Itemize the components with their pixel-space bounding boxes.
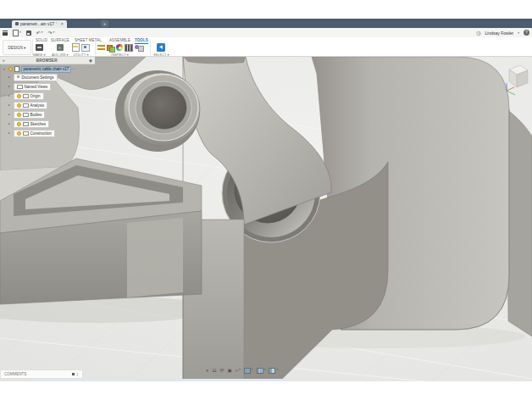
view-cube[interactable] [502,63,531,100]
job-status-icon[interactable]: ◷ [476,30,480,36]
utility-tool-icon[interactable] [81,44,90,52]
folder-icon [23,103,29,108]
browser-tree: ▾ parametric cable chain v17 ◦ ▸ ⚙Docume… [0,64,95,137]
user-menu-caret[interactable]: ▾ [518,31,519,35]
comment-bubble-icon[interactable] [72,373,75,375]
document-tab-bar: parametr...ain v17 ° × + [0,19,532,28]
ribbon-toolbar: DESIGN ▾ SOLID SURFACE SHEET METAL ASSEM… [0,37,532,57]
select-icon[interactable] [157,43,165,52]
measure-icon[interactable] [97,45,105,51]
zebra-analysis-icon[interactable] [125,44,133,52]
display-settings-button[interactable]: ▾ [244,368,253,374]
viewport-canvas[interactable]: « BROWSER ◉ ▾ parametric cable chain v17… [0,57,532,381]
3d-print-icon[interactable] [36,44,43,51]
interference-icon[interactable] [107,44,114,51]
curvature-analysis-icon[interactable] [116,44,123,51]
folder-icon [23,122,29,127]
close-tab-icon[interactable]: × [61,21,64,26]
expand-icon[interactable]: ▸ [8,122,12,125]
save-button[interactable] [26,31,31,36]
expand-icon[interactable]: ▾ [3,68,7,71]
undo-button[interactable]: ↶▾ [36,31,43,36]
browser-header: « BROWSER ◉ [0,57,95,64]
expand-icon[interactable]: ▸ [8,75,12,79]
visibility-bulb-icon[interactable] [17,113,21,117]
visibility-bulb-icon[interactable] [17,103,21,108]
folder-icon [23,113,29,118]
look-at-icon[interactable]: ◉ [227,368,231,373]
zoom-icon[interactable]: ⌕▾ [236,368,241,373]
visibility-bulb-icon[interactable] [8,67,13,71]
document-icon [14,66,19,72]
browser-title: BROWSER [36,58,58,63]
user-name[interactable]: Lindsay Fowler [485,31,514,36]
tree-item-named-views[interactable]: ▸ Named Views [8,83,95,92]
tree-item-construction[interactable]: ▸ Construction [8,130,95,138]
tree-item-document-settings[interactable]: ▸ ⚙Document Settings [8,74,95,82]
expand-icon[interactable]: ▸ [8,103,12,107]
pan-icon[interactable]: ⌖ [206,368,208,373]
visibility-bulb-icon[interactable] [17,131,21,136]
browser-panel: « BROWSER ◉ ▾ parametric cable chain v17… [0,57,95,137]
tree-item-sketches[interactable]: ▸ Sketches [8,120,95,129]
expand-icon[interactable]: ▸ [8,131,12,135]
browser-header-icons[interactable]: ◉ [89,58,92,63]
browser-root[interactable]: ▾ parametric cable chain v17 ◦ [3,66,95,72]
separator [150,39,151,55]
redo-button[interactable]: ↷▾ [48,31,55,36]
process-doc-icon[interactable] [72,43,80,52]
tree-item-analysis[interactable]: ▸ Analysis [8,102,95,110]
visibility-bulb-icon[interactable] [17,122,21,126]
app-grid-icon[interactable] [3,31,8,36]
fit-icon[interactable]: ⊡ [212,368,216,373]
expand-icon[interactable]: ▸ [8,113,12,116]
document-tab[interactable]: parametr...ain v17 ° × [12,20,67,29]
group-addins: ADD-INS ▾ [52,43,69,57]
fusion360-window: parametr...ain v17 ° × + ▾ ↶▾ ↷▾ ◷ Linds… [0,0,532,400]
unsaved-indicator: ° [56,21,58,25]
section-analysis-icon[interactable] [135,44,142,51]
undo-icon: ↶ [36,31,41,36]
navigation-bar: ⌖ ⊡ ⟳ ◉ ⌕▾ ▾ ▾ ▾ [206,365,278,375]
document-tab-title: parametr...ain v17 [20,21,54,26]
group-select: SELECT ▾ [153,43,169,57]
separator [95,39,96,55]
gear-icon: ⚙ [17,75,20,80]
viewports-button[interactable]: ▾ [269,368,278,374]
workspace-selector[interactable]: DESIGN ▾ [3,40,31,55]
new-tab-button[interactable]: + [101,20,108,27]
file-menu-button[interactable]: ▾ [13,30,21,36]
expand-icon[interactable]: ▸ [8,94,12,97]
root-label[interactable]: parametric cable chain v17 [21,66,72,73]
comments-label: COMMENTS [4,372,26,376]
group-inspect: INSPECT ▾ [97,43,142,57]
divider: ❘ [76,372,79,376]
expand-icon[interactable]: ▸ [8,85,12,88]
scripts-addins-icon[interactable] [57,44,64,51]
quick-access-toolbar: ▾ ↶▾ ↷▾ ◷ Lindsay Fowler ▾ ? [0,28,532,37]
comments-bar[interactable]: COMMENTS ❘ [0,369,83,379]
timeline-strip[interactable] [34,379,288,381]
group-utility: UTILITY ▾ [72,43,90,57]
file-icon [13,30,19,36]
collapse-icon[interactable]: « [3,58,5,63]
grid-snaps-button[interactable]: ▾ [257,368,266,374]
folder-icon [17,85,23,90]
orbit-icon[interactable]: ⟳ [219,368,224,373]
redo-icon: ↷ [48,31,53,36]
visibility-bulb-icon[interactable] [17,94,21,98]
save-icon [26,31,31,36]
help-button[interactable]: ? [524,30,529,36]
display-settings-icon: ◉ [89,58,92,63]
account-area: ◷ Lindsay Fowler ▾ ? [476,28,529,37]
document-icon [15,22,19,25]
tree-item-bodies[interactable]: ▸ Bodies [8,111,95,119]
tree-item-origin[interactable]: ▸ Origin [8,92,95,101]
group-make: MAKE ▾ [33,43,45,57]
folder-icon [23,94,29,99]
folder-icon [23,131,29,136]
activate-icon[interactable]: ◦ [73,67,75,71]
